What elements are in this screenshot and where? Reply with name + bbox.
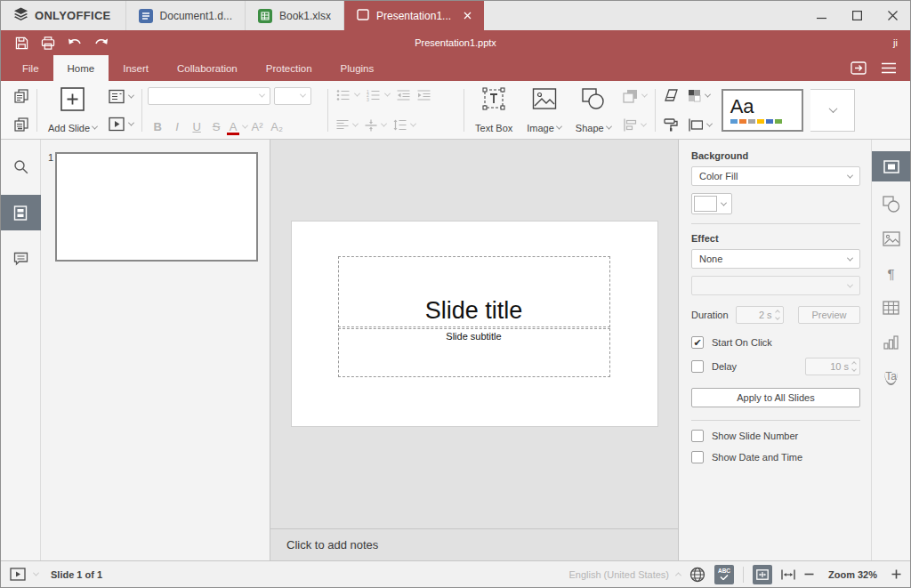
text-art-glyph: Ta xyxy=(884,370,898,385)
zoom-out-button[interactable] xyxy=(804,569,814,579)
print-button[interactable] xyxy=(35,32,61,53)
comments-icon[interactable] xyxy=(1,241,41,277)
slide-theme-preview[interactable]: Aa xyxy=(722,89,803,132)
table-settings-icon[interactable] xyxy=(872,293,911,323)
superscript-button[interactable]: A² xyxy=(247,120,267,133)
add-slide-button[interactable]: Add Slide xyxy=(43,86,102,134)
open-file-location-icon[interactable] xyxy=(846,58,871,79)
save-button[interactable] xyxy=(8,32,35,53)
start-slideshow-status-button[interactable] xyxy=(10,568,26,581)
divider xyxy=(691,223,860,224)
redo-button[interactable] xyxy=(88,32,115,53)
preview-button[interactable]: Preview xyxy=(798,306,860,324)
slide-thumbnail[interactable] xyxy=(55,152,258,262)
zoom-in-button[interactable] xyxy=(891,569,901,579)
paragraph-settings-icon[interactable]: ¶ xyxy=(872,258,911,288)
slide[interactable]: Slide title Slide subtitle xyxy=(292,222,657,426)
app-logo-text: ONLYOFFICE xyxy=(35,9,111,22)
status-right: English (United States) ABC Zoom 32% xyxy=(568,565,901,584)
close-button[interactable] xyxy=(875,1,910,30)
menu-plugins[interactable]: Plugins xyxy=(327,55,389,81)
slideshow-options-chevron-icon[interactable] xyxy=(33,570,39,576)
search-icon[interactable] xyxy=(1,149,41,184)
notes-area[interactable]: Click to add notes xyxy=(270,528,678,560)
subscript-button[interactable]: A₂ xyxy=(267,120,286,133)
show-slide-number-checkbox[interactable] xyxy=(691,430,704,442)
image-settings-icon[interactable] xyxy=(872,223,911,254)
tab-document1[interactable]: Document1.d... xyxy=(126,1,246,30)
tab-book1[interactable]: Book1.xlsx xyxy=(246,1,344,30)
change-layout-button[interactable] xyxy=(106,87,136,106)
fit-to-width-button[interactable] xyxy=(781,569,795,580)
increase-indent-button[interactable] xyxy=(415,87,433,103)
menu-protection[interactable]: Protection xyxy=(252,55,327,81)
line-spacing-button[interactable] xyxy=(391,117,418,133)
slides-panel-icon[interactable] xyxy=(1,195,41,230)
copy-style-button[interactable] xyxy=(661,116,681,133)
menu-file[interactable]: File xyxy=(8,55,53,81)
add-slide-label: Add Slide xyxy=(48,123,90,133)
hamburger-menu-icon[interactable] xyxy=(876,58,901,79)
start-on-click-checkbox[interactable]: ✔ xyxy=(691,336,704,349)
duration-spinner[interactable]: 2 s xyxy=(736,306,784,324)
language-selector[interactable]: English (United States) xyxy=(568,569,681,580)
theme-gallery-dropdown[interactable] xyxy=(810,89,855,132)
font-size-combo[interactable] xyxy=(274,87,311,105)
slide-size-button[interactable] xyxy=(685,117,714,133)
minimize-button[interactable] xyxy=(803,1,839,30)
font-name-combo[interactable] xyxy=(148,87,270,105)
menu-home[interactable]: Home xyxy=(53,55,109,81)
start-slideshow-button[interactable] xyxy=(106,115,136,133)
decrease-indent-button[interactable] xyxy=(394,87,413,103)
numbering-button[interactable]: 123 xyxy=(364,87,392,103)
align-shape-button[interactable] xyxy=(620,117,649,133)
spellcheck-toggle[interactable]: ABC xyxy=(714,565,734,584)
bullets-button[interactable] xyxy=(334,87,362,103)
font-color-button[interactable]: A xyxy=(226,120,240,133)
slide-thumbnail-number: 1 xyxy=(48,152,53,163)
background-color-picker[interactable] xyxy=(691,193,732,214)
tab-presentation1[interactable]: Presentation1... xyxy=(344,1,484,30)
background-fill-select[interactable]: Color Fill xyxy=(691,166,860,186)
color-scheme-button[interactable] xyxy=(685,87,714,104)
slide-canvas[interactable]: Slide title Slide subtitle xyxy=(270,140,678,528)
image-button[interactable]: Image xyxy=(521,86,567,134)
maximize-button[interactable] xyxy=(839,1,875,30)
fit-to-slide-button[interactable] xyxy=(753,565,772,584)
delay-spinner[interactable]: 10 s xyxy=(805,358,860,375)
vertical-align-button[interactable] xyxy=(362,117,389,133)
shape-settings-icon[interactable] xyxy=(872,189,911,219)
show-date-time-checkbox[interactable] xyxy=(691,451,704,463)
delay-label: Delay xyxy=(712,361,737,372)
user-initials[interactable]: ji xyxy=(893,37,898,48)
undo-button[interactable] xyxy=(61,32,88,53)
close-tab-icon[interactable] xyxy=(464,10,472,22)
slide-title-placeholder[interactable]: Slide title xyxy=(338,256,610,327)
text-art-settings-icon[interactable]: Ta xyxy=(872,362,911,392)
underline-button[interactable]: U xyxy=(187,120,206,133)
shape-button[interactable]: Shape xyxy=(570,86,617,134)
spinner-arrows-icon[interactable] xyxy=(776,310,779,319)
delay-checkbox[interactable] xyxy=(691,360,704,373)
copy-button[interactable] xyxy=(12,87,31,105)
menu-insert[interactable]: Insert xyxy=(109,55,163,81)
app-logo[interactable]: ONLYOFFICE xyxy=(1,1,126,30)
bold-button[interactable]: B xyxy=(148,120,167,133)
slide-subtitle-placeholder[interactable]: Slide subtitle xyxy=(338,328,610,377)
horizontal-align-button[interactable] xyxy=(334,117,360,133)
strikeout-button[interactable]: S xyxy=(206,120,226,133)
slide-counter: Slide 1 of 1 xyxy=(51,569,102,580)
apply-to-all-slides-button[interactable]: Apply to All Slides xyxy=(691,388,860,407)
spinner-arrows-icon[interactable] xyxy=(852,362,856,371)
slide-settings-icon[interactable] xyxy=(872,151,911,181)
effect-type-select[interactable] xyxy=(691,276,860,295)
paste-button[interactable] xyxy=(12,116,31,133)
effect-select[interactable]: None xyxy=(691,249,860,269)
clear-style-button[interactable] xyxy=(661,87,681,104)
menu-collaboration[interactable]: Collaboration xyxy=(163,55,252,81)
italic-button[interactable]: I xyxy=(167,120,187,133)
text-box-button[interactable]: Text Box xyxy=(470,86,518,134)
arrange-shape-button[interactable] xyxy=(620,87,649,105)
chart-settings-icon[interactable] xyxy=(872,327,911,358)
set-language-globe-icon[interactable] xyxy=(689,567,705,583)
